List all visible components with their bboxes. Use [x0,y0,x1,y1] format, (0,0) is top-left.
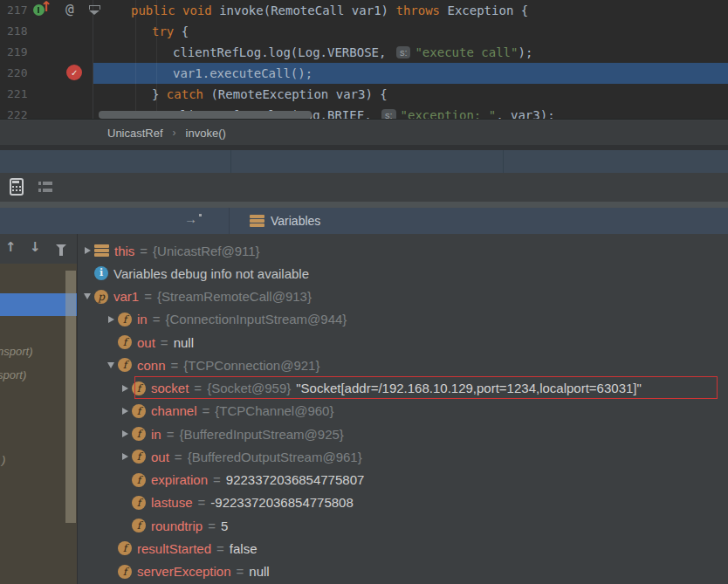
code-line[interactable]: try { [93,21,728,42]
variable-name: channel [151,403,197,418]
frame-text-fragment[interactable]: sport) [0,368,26,381]
variable-row-roundtrip[interactable]: f roundtrip = 5 [78,514,728,537]
header-divider [229,208,230,234]
layout-settings-icon[interactable] [38,182,52,193]
variable-ref: {ConnectionInputStream@944} [165,312,347,326]
collapse-arrow[interactable] [80,285,94,308]
layers-icon [250,215,264,227]
field-icon: f [132,473,146,487]
horizontal-scrollbar[interactable] [99,111,312,119]
variable-name: expiration [151,472,208,487]
variable-ref: {StreamRemoteCall@913} [157,289,312,304]
variable-name: roundtrip [151,519,203,533]
frames-toolbar: ↑ ↓ [0,234,77,264]
variable-name: resultStarted [137,541,211,556]
line-number[interactable]: 220 [7,63,37,84]
variable-name: this [114,244,134,258]
field-icon: f [118,358,132,372]
variable-row-in[interactable]: f in = {ConnectionInputStream@944} [78,308,728,331]
debug-toolbar [0,173,728,202]
variable-row-conn[interactable]: f conn = {TCPConnection@921} [78,354,728,376]
variable-row-expiration[interactable]: f expiration = 9223372036854775807 [78,469,728,491]
expand-arrow[interactable] [80,239,94,262]
variable-ref: {TCPConnection@921} [183,358,319,373]
variable-row-serverexception[interactable]: f serverException = null [78,560,728,583]
evaluate-expression-icon[interactable] [10,178,24,196]
variable-name: var1 [113,289,139,304]
line-number[interactable]: 219 [7,42,37,63]
collapse-arrow[interactable] [104,354,118,376]
equals: = [140,244,148,258]
variables-tree[interactable]: this = {UnicastRef@911} i Variables debu… [78,234,728,584]
ide-debugger-window: 217 218 219 220 221 222 ↑ @ ✓ public voi… [0,0,728,584]
filter-icon[interactable] [56,244,66,250]
variable-row-this[interactable]: this = {UnicastRef@911} [78,239,728,262]
code-line[interactable]: } catch (RemoteException var3) { [93,84,728,105]
down-the-stack-icon[interactable]: ↓ [30,239,41,255]
debug-info-message-row[interactable]: i Variables debug info not available [78,262,728,285]
line-number[interactable]: 217 [7,0,37,21]
breadcrumb: UnicastRef › invoke() [0,120,728,145]
code-editor[interactable]: 217 218 219 220 221 222 ↑ @ ✓ public voi… [0,0,728,120]
field-icon: f [132,496,146,510]
annotation-highlight-box [134,376,718,399]
variable-row-resultstarted[interactable]: f resultStarted = false [78,537,728,560]
variable-value: false [230,541,258,556]
variable-name: in [137,312,148,326]
field-icon: f [118,335,132,349]
line-number[interactable]: 222 [7,105,37,120]
tab-divider [503,150,504,173]
jump-to-source-icon[interactable]: → [184,211,197,226]
variable-name: out [137,335,155,350]
variable-value: null [174,335,194,350]
variable-value: -9223372036854775808 [210,495,354,510]
field-icon: f [118,541,132,555]
variable-row-out2[interactable]: f out = {BufferedOutputStream@961} [78,445,728,468]
variable-row-lastuse[interactable]: f lastuse = -9223372036854775808 [78,491,728,514]
field-icon: f [118,313,132,326]
variable-ref: {BufferedOutputStream@961} [188,450,362,464]
up-the-stack-icon[interactable]: ↑ [5,239,17,255]
variable-value: 5 [221,519,228,533]
code-line-current[interactable]: var1.executeCall(); [93,63,728,84]
variable-ref: {TCPChannel@960} [215,403,333,418]
variable-row-channel[interactable]: f channel = {TCPChannel@960} [78,400,728,423]
breadcrumb-class[interactable]: UnicastRef [107,127,163,140]
variable-row-in2[interactable]: f in = {BufferedInputStream@925} [78,423,728,445]
info-icon: i [94,266,108,280]
frame-text-fragment[interactable]: ) [2,453,5,466]
expand-arrow[interactable] [118,377,132,400]
tab-divider [230,150,231,173]
frames-panel[interactable]: nsport) sport) ) [0,264,77,584]
parameter-hint: s: [396,46,411,58]
variable-row-var1[interactable]: p var1 = {StreamRemoteCall@913} [78,285,728,308]
frames-scrollbar[interactable] [65,271,76,523]
code-line[interactable]: public void invoke(RemoteCall var1) thro… [93,0,728,21]
variable-name: in [151,427,161,442]
parameter-icon: p [94,290,108,304]
debug-info-message: Variables debug info not available [113,266,309,281]
debug-tabs-bar [0,150,728,173]
variable-ref: {UnicastRef@911} [153,244,260,258]
code-line[interactable]: clientRefLog.log(Log.VERBOSE, s:"execute… [93,42,728,63]
variable-value: null [249,564,269,579]
expand-arrow[interactable] [118,445,132,468]
annotation-at-icon: @ [65,1,74,17]
variable-value: 9223372036854775807 [226,472,365,487]
variable-row-out[interactable]: f out = null [78,331,728,354]
line-number[interactable]: 218 [7,21,37,42]
breadcrumb-method[interactable]: invoke() [186,127,226,140]
variable-name: out [151,450,169,464]
line-number[interactable]: 221 [7,84,37,105]
expand-arrow[interactable] [118,423,132,445]
field-icon: f [132,427,146,441]
expand-arrow[interactable] [104,308,118,331]
verified-breakpoint-icon[interactable]: ✓ [66,65,82,80]
variable-ref: {BufferedInputStream@925} [179,427,343,442]
override-up-arrow-icon[interactable]: ↑ [40,0,52,15]
expand-arrow[interactable] [118,400,132,423]
frame-text-fragment[interactable]: nsport) [0,345,32,358]
variables-panel-title: Variables [271,208,320,234]
field-icon: f [132,450,146,464]
variable-name: lastuse [151,495,193,510]
